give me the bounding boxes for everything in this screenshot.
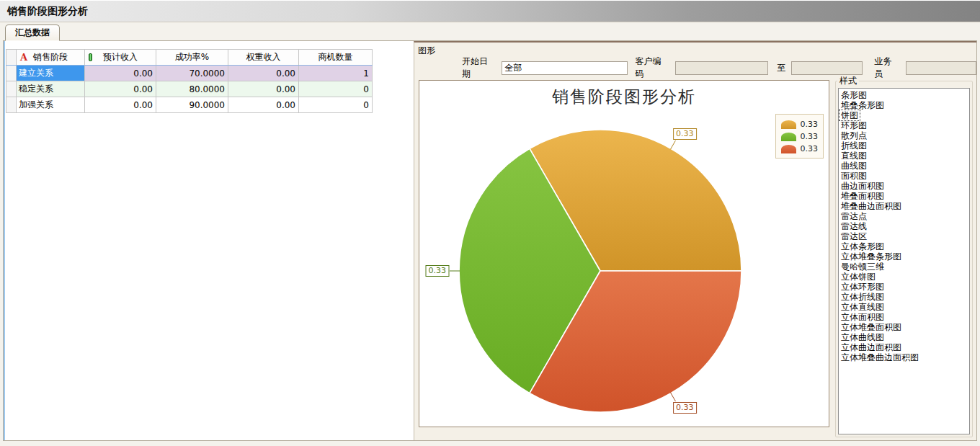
style-option[interactable]: 立体堆叠条形图 <box>839 251 903 262</box>
style-option[interactable]: 立体条形图 <box>839 241 886 251</box>
style-option[interactable]: 曲线图 <box>839 161 868 171</box>
value-cell[interactable]: 0.00 <box>85 66 156 81</box>
style-option[interactable]: 立体饼图 <box>839 272 877 282</box>
column-header-success-rate[interactable]: 成功率% <box>156 50 228 66</box>
column-header-opportunity-count[interactable]: 商机数量 <box>299 50 373 66</box>
legend-swatch-icon <box>781 133 796 141</box>
style-option[interactable]: 曲边面积图 <box>839 181 886 191</box>
title-bar: 销售阶段图形分析 <box>0 0 980 22</box>
row-indicator-cell[interactable] <box>6 97 17 113</box>
column-header-weighted-income[interactable]: 权重收入 <box>228 50 299 66</box>
slice-value-label: 0.33 <box>673 402 697 414</box>
legend-item: 0.33 <box>781 143 819 155</box>
style-option[interactable]: 立体曲边面积图 <box>839 342 903 352</box>
legend-item: 0.33 <box>781 130 819 143</box>
filter-row: 开始日期 全部 客户编码 至 业务员 <box>414 59 976 76</box>
column-header-label: 权重收入 <box>246 52 281 62</box>
column-header-label: 销售阶段 <box>33 52 68 62</box>
column-header-label: 商机数量 <box>318 52 353 62</box>
style-option[interactable]: 面积图 <box>839 171 868 181</box>
legend-value: 0.33 <box>801 120 819 129</box>
row-indicator-header <box>6 50 17 66</box>
stage-cell[interactable]: 建立关系 <box>17 66 85 81</box>
style-option[interactable]: 折线图 <box>839 141 868 151</box>
start-date-label: 开始日期 <box>462 55 496 80</box>
style-option[interactable]: 堆叠曲边面积图 <box>839 201 903 211</box>
style-option[interactable]: 立体环形图 <box>839 282 886 292</box>
page-title: 销售阶段图形分析 <box>0 5 88 18</box>
column-header-label: 成功率% <box>175 52 209 62</box>
value-cell[interactable]: 0.00 <box>228 97 299 113</box>
chart-style-listbox[interactable]: 条形图堆叠条形图饼图环形图散列点折线图直线图曲线图面积图曲边面积图堆叠面积图堆叠… <box>838 88 970 434</box>
column-header-stage[interactable]: A 销售阶段 <box>17 50 85 66</box>
value-cell[interactable]: 0.00 <box>228 66 299 81</box>
pie-chart <box>419 81 829 427</box>
style-option[interactable]: 曼哈顿三维 <box>839 262 886 272</box>
value-cell[interactable]: 90.0000 <box>156 97 228 113</box>
tab-content-panel: A 销售阶段 预计收入 成功率% 权重收入 <box>3 40 977 441</box>
sort-a-icon: A <box>20 52 27 63</box>
style-option[interactable]: 散列点 <box>839 130 868 141</box>
salesman-input[interactable] <box>906 61 976 75</box>
filter-bar-icon <box>89 53 92 61</box>
column-header-label: 预计收入 <box>103 52 138 62</box>
style-group: 样式 条形图堆叠条形图饼图环形图散列点折线图直线图曲线图面积图曲边面积图堆叠面积… <box>835 81 973 437</box>
value-cell[interactable]: 0.00 <box>228 81 299 97</box>
legend-swatch-icon <box>781 120 796 129</box>
style-option[interactable]: 堆叠面积图 <box>839 191 886 201</box>
row-indicator-cell[interactable] <box>6 66 17 81</box>
style-option[interactable]: 雷达区 <box>839 231 868 241</box>
start-date-input[interactable]: 全部 <box>502 61 627 75</box>
slice-value-label: 0.33 <box>673 128 697 140</box>
salesman-label: 业务员 <box>874 55 900 80</box>
style-option[interactable]: 立体直线图 <box>839 302 886 312</box>
style-option[interactable]: 立体堆叠曲边面积图 <box>839 352 920 362</box>
value-cell[interactable]: 80.0000 <box>156 81 228 97</box>
tab-strip: 汇总数据 <box>0 22 980 40</box>
value-cell[interactable]: 0.00 <box>85 97 156 113</box>
value-cell[interactable]: 70.0000 <box>156 66 228 81</box>
table-row: 稳定关系0.0080.00000.000 <box>6 81 373 97</box>
sales-stage-table: A 销售阶段 预计收入 成功率% 权重收入 <box>6 49 373 113</box>
legend-item: 0.33 <box>781 118 819 130</box>
style-option[interactable]: 立体堆叠面积图 <box>839 322 903 332</box>
tab-summary-data[interactable]: 汇总数据 <box>5 24 60 41</box>
summary-table-pane: A 销售阶段 预计收入 成功率% 权重收入 <box>4 41 414 440</box>
graph-panel: 图形 开始日期 全部 客户编码 至 业务员 销售阶段图形分析 0.330.330… <box>414 41 976 440</box>
style-group-label: 样式 <box>837 75 859 87</box>
to-label: 至 <box>778 62 786 74</box>
customer-code-label: 客户编码 <box>636 55 669 80</box>
value-cell[interactable]: 0 <box>299 81 373 97</box>
table-header-row: A 销售阶段 预计收入 成功率% 权重收入 <box>6 50 373 66</box>
style-option[interactable]: 立体折线图 <box>839 292 886 302</box>
value-cell[interactable]: 1 <box>299 66 373 81</box>
style-option[interactable]: 雷达线 <box>839 221 868 231</box>
pie-chart-area: 销售阶段图形分析 0.330.330.33 0.330.330.33 <box>419 80 829 427</box>
chart-row: 销售阶段图形分析 0.330.330.33 0.330.330.33 样式 条形… <box>419 80 974 440</box>
legend-value: 0.33 <box>801 132 819 141</box>
table-row: 建立关系0.0070.00000.001 <box>6 66 373 81</box>
style-option[interactable]: 立体面积图 <box>839 312 886 322</box>
app-window: 销售阶段图形分析 汇总数据 A 销售阶段 <box>0 0 980 446</box>
style-option[interactable]: 直线图 <box>839 151 868 161</box>
style-option[interactable]: 环形图 <box>839 120 868 130</box>
row-indicator-cell[interactable] <box>6 81 17 97</box>
stage-cell[interactable]: 稳定关系 <box>17 81 85 97</box>
value-cell[interactable]: 0 <box>299 97 373 113</box>
value-cell[interactable]: 0.00 <box>85 81 156 97</box>
style-option[interactable]: 饼图 <box>839 110 860 120</box>
legend-swatch-icon <box>781 145 796 153</box>
table-row: 加强关系0.0090.00000.000 <box>6 97 373 113</box>
legend-value: 0.33 <box>801 144 819 153</box>
slice-value-label: 0.33 <box>426 265 450 277</box>
style-option[interactable]: 立体曲线图 <box>839 332 886 342</box>
style-option[interactable]: 条形图 <box>839 90 868 100</box>
style-option[interactable]: 堆叠条形图 <box>839 100 886 110</box>
column-header-expected-income[interactable]: 预计收入 <box>85 50 156 66</box>
chart-legend: 0.330.330.33 <box>775 114 824 159</box>
style-option[interactable]: 雷达点 <box>839 211 868 221</box>
customer-code-input[interactable] <box>675 61 768 75</box>
customer-code-to-input[interactable] <box>791 61 863 75</box>
stage-cell[interactable]: 加强关系 <box>17 97 85 113</box>
